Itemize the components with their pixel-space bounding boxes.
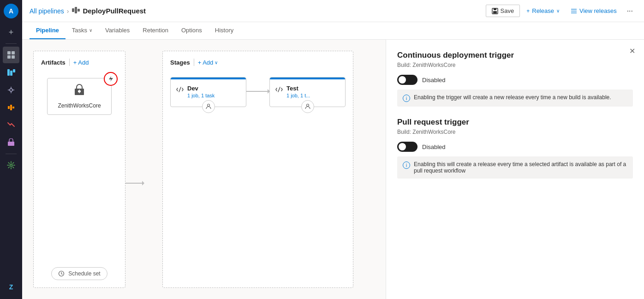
test-stage-name: Test [286,85,310,92]
cd-toggle-row: Disabled [397,75,633,85]
avatar[interactable]: A [4,4,18,18]
view-releases-label: View releases [579,7,617,14]
close-panel-button[interactable]: ✕ [626,44,638,57]
topbar: All pipelines › DeployPullRequest Save [22,0,644,22]
artifacts-icon[interactable] [3,134,19,151]
stage-connector-line [246,91,269,92]
cd-build-label: Build: ZenithWorksCore [397,62,633,68]
pipeline-title: DeployPullRequest [83,7,146,15]
pr-toggle-row: Disabled [397,142,633,152]
tab-history[interactable]: History [209,22,240,39]
connector-line [125,183,144,184]
test-stage-icon [275,86,283,95]
svg-rect-2 [7,55,11,59]
artifact-icon [73,84,86,100]
testplans-icon[interactable] [3,117,19,133]
tab-options[interactable]: Options [175,22,209,39]
settings-icon[interactable] [3,157,19,173]
svg-rect-0 [7,51,11,54]
pr-trigger-section: Pull request trigger Build: ZenithWorksC… [397,118,633,179]
pr-info-icon: i [403,161,410,169]
overview-icon[interactable] [3,47,19,63]
stages-section: Stages + Add ∨ [162,51,353,288]
svg-rect-15 [493,11,497,13]
pr-info-box: i Enabling this will create a release ev… [397,156,633,179]
topbar-actions: Save + Release ∨ View releases ··· [486,5,637,18]
svg-rect-8 [8,142,14,146]
pr-toggle[interactable] [397,142,417,152]
stages-add-chevron: ∨ [215,60,218,65]
cd-toggle[interactable] [397,75,417,85]
svg-point-23 [306,104,309,107]
sidebar-divider-2 [6,154,17,154]
artifacts-stages-connector [125,51,144,288]
pipeline-canvas: Artifacts + Add [22,40,386,299]
breadcrumb-separator: › [67,7,69,15]
svg-rect-4 [7,69,10,76]
dev-stage-name: Dev [187,85,215,92]
save-label: Save [501,7,514,14]
test-stage-card[interactable]: Test 1 job, 1 t... [269,77,346,107]
breadcrumb: All pipelines › DeployPullRequest [30,6,146,16]
right-panel: ✕ Continuous deployment trigger Build: Z… [386,40,644,299]
pipelines-icon[interactable] [3,99,19,116]
release-button[interactable]: + Release ∨ [522,5,564,17]
pipeline-icon [72,6,80,16]
cd-trigger-section: Continuous deployment trigger Build: Zen… [397,51,633,107]
tab-pipeline[interactable]: Pipeline [30,22,66,39]
artifacts-title: Artifacts [41,59,66,66]
test-stage-info: 1 job, 1 t... [286,93,310,98]
brand-icon[interactable]: Z [3,279,19,295]
all-pipelines-link[interactable]: All pipelines [30,7,64,15]
pr-trigger-title: Pull request trigger [397,118,633,127]
dev-stage-header: Dev 1 job, 1 task [176,85,240,98]
svg-point-7 [10,89,12,91]
svg-rect-20 [78,90,81,92]
cd-info-box: i Enabling the trigger will create a new… [397,90,633,107]
nav-tabs: Pipeline Tasks ∨ Variables Retention Opt… [22,22,644,40]
sidebar-divider [6,43,17,44]
view-releases-button[interactable]: View releases [566,5,621,17]
svg-point-9 [10,164,12,167]
save-button[interactable]: Save [486,5,520,17]
tab-variables[interactable]: Variables [99,22,136,39]
pr-build-label: Build: ZenithWorksCore [397,129,633,135]
plus-icon[interactable]: + [3,24,19,41]
cd-trigger-title: Continuous deployment trigger [397,51,633,60]
svg-point-22 [207,104,209,107]
stage-cards-row: Dev 1 job, 1 task [170,77,346,116]
cd-info-text: Enabling the trigger will create a new r… [414,94,611,102]
tab-retention[interactable]: Retention [136,22,175,39]
artifacts-section: Artifacts + Add [33,51,125,288]
lightning-trigger-button[interactable] [104,72,118,86]
svg-rect-5 [10,71,12,76]
stages-header: Stages + Add ∨ [170,59,346,66]
svg-rect-14 [494,8,496,10]
dev-stage-person-button[interactable] [202,100,215,113]
dev-stage-icon [176,86,184,95]
sidebar: A + [0,0,22,299]
stages-header-divider [194,59,194,66]
pr-info-text: Enabling this will create a release ever… [414,161,627,174]
stage-connector [246,77,269,92]
boards-icon[interactable] [3,64,19,81]
stages-add-button[interactable]: + Add ∨ [198,59,218,66]
canvas-area: Artifacts + Add [22,40,644,299]
artifact-name: ZenithWorksCore [58,102,101,109]
artifacts-add-button[interactable]: + Add [73,59,89,66]
dev-stage-card[interactable]: Dev 1 job, 1 task [170,77,246,107]
svg-rect-6 [13,69,15,72]
artifacts-header-divider [69,59,70,66]
tab-tasks[interactable]: Tasks ∨ [66,22,99,39]
pr-toggle-label: Disabled [422,144,446,150]
artifact-card: ZenithWorksCore [47,78,112,115]
cd-info-icon: i [403,95,410,102]
svg-rect-10 [72,8,74,12]
schedule-label: Schedule set [68,270,100,277]
schedule-item[interactable]: Schedule set [51,267,107,280]
test-stage-person-button[interactable] [301,100,314,113]
test-stage-wrapper: Test 1 job, 1 t... [269,77,346,116]
repos-icon[interactable] [3,82,19,98]
stages-title: Stages [170,59,190,66]
more-button[interactable]: ··· [623,5,637,18]
